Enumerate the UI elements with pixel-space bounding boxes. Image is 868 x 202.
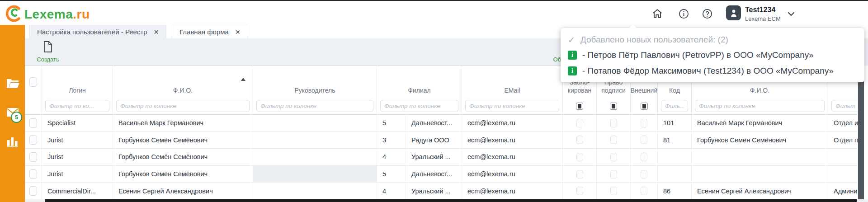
- cell-login: Jurist: [42, 149, 113, 165]
- flag-checkbox-sign[interactable]: [610, 153, 617, 161]
- column-header-manager[interactable]: Руководитель: [253, 66, 377, 98]
- vertical-scrollbar-thumb[interactable]: [858, 69, 864, 199]
- flag-checkbox-external[interactable]: [641, 136, 647, 144]
- chevron-down-icon[interactable]: [788, 10, 795, 18]
- cell-code: [658, 166, 692, 183]
- table-row[interactable]: SpecialistВасильев Марк Германович5Дальн…: [25, 115, 858, 132]
- tab-label: Настройка пользователей - Реестр: [37, 28, 147, 36]
- row-checkbox[interactable]: [29, 118, 37, 128]
- cell-manager: [253, 149, 377, 165]
- column-label-fio2: Ф.И.О.: [750, 87, 769, 95]
- flag-checkbox-blocked[interactable]: [576, 153, 583, 161]
- cell-dept: Админи: [828, 183, 858, 199]
- row-checkbox[interactable]: [29, 135, 37, 145]
- flag-checkbox-blocked[interactable]: [576, 136, 583, 144]
- cell-external: [631, 149, 658, 165]
- cell-dept: Отдел и: [828, 115, 858, 132]
- cell-sign: [597, 149, 631, 165]
- table-row[interactable]: CommercialDir...Есенин Сергей Александро…: [25, 183, 858, 199]
- folder-icon[interactable]: [6, 77, 19, 90]
- home-icon[interactable]: [651, 7, 664, 20]
- flag-checkbox-sign[interactable]: [610, 170, 617, 179]
- person-icon: [729, 8, 738, 18]
- filter-cell-code: [658, 98, 692, 114]
- cell-email: ecm@lexema.ru: [462, 115, 563, 132]
- table-row[interactable]: JuristГорбунков Семён Семёнович3Радуга О…: [25, 132, 858, 149]
- cell-select: [25, 183, 42, 199]
- select-all-checkbox[interactable]: [29, 77, 37, 87]
- cell-fio: Горбунков Семён Семёнович: [113, 132, 253, 149]
- table-row[interactable]: JuristГорбунков Семён Семёнович4Уральски…: [25, 149, 858, 166]
- filter-input-dept[interactable]: [831, 100, 858, 112]
- info-icon[interactable]: [677, 7, 690, 20]
- flag-checkbox-external[interactable]: [641, 187, 647, 195]
- cell-fio: Есенин Сергей Александрович: [113, 183, 253, 199]
- cell-external: [631, 132, 658, 149]
- notification-item-text: - Потапов Фёдор Максимович (Test1234) в …: [582, 66, 834, 76]
- cell-blocked: [563, 183, 597, 199]
- flag-checkbox-sign[interactable]: [610, 136, 617, 144]
- filter-input-manager[interactable]: [256, 100, 373, 112]
- tab-user-settings-registry[interactable]: Настройка пользователей - Реестр ✕: [29, 25, 166, 38]
- filter-input-branch[interactable]: [380, 100, 458, 112]
- filter-checkbox-blocked[interactable]: [576, 103, 583, 110]
- flag-checkbox-external[interactable]: [641, 119, 647, 127]
- filter-input-email[interactable]: [465, 100, 559, 112]
- lexema-logo[interactable]: Lexema.ru: [5, 5, 90, 24]
- bar-chart-icon[interactable]: [6, 135, 19, 148]
- filter-checkbox-sign[interactable]: [610, 103, 617, 110]
- column-header-login[interactable]: Логин: [42, 66, 113, 98]
- row-checkbox[interactable]: [29, 186, 37, 196]
- help-icon[interactable]: [701, 7, 713, 20]
- cell-blocked: [563, 115, 597, 132]
- cell-code: 81: [658, 132, 692, 149]
- cell-fio2: Горбунков Семён Семёнович: [692, 132, 828, 149]
- filter-checkbox-external[interactable]: [641, 103, 648, 110]
- close-icon[interactable]: ✕: [235, 28, 241, 36]
- cell-select: [25, 149, 42, 165]
- create-button[interactable]: Создать: [32, 41, 64, 63]
- filter-cell-email: [462, 98, 563, 114]
- cell-sign: [597, 183, 631, 199]
- sidebar: 5: [0, 25, 25, 202]
- cell-branch_name: Уральский ...: [406, 149, 462, 165]
- column-header-branch[interactable]: Филиал: [377, 66, 462, 98]
- users-registry-grid: ЛогинФ.И.О.РуководительФилиалEMailЗабло-…: [25, 66, 858, 199]
- close-icon[interactable]: ✕: [154, 28, 159, 36]
- notification-title: Добавлено новых пользователей: (2): [580, 35, 728, 45]
- tab-main-form[interactable]: Главная форма ✕: [172, 25, 248, 38]
- column-label-manager: Руководитель: [294, 87, 335, 95]
- horizontal-scrollbar-thumb[interactable]: [45, 199, 857, 202]
- cell-login: Jurist: [42, 132, 113, 149]
- flag-checkbox-blocked[interactable]: [576, 119, 583, 127]
- flag-checkbox-blocked[interactable]: [576, 187, 583, 195]
- filter-input-code[interactable]: [661, 100, 688, 112]
- cell-branch_num: 4: [377, 183, 406, 199]
- filter-cell-fio: [113, 98, 253, 114]
- table-row[interactable]: JuristГорбунков Семён Семёнович5Дальнево…: [25, 166, 858, 183]
- notification-item-text: - Петров Пётр Павлович (PetrovPP) в ООО …: [582, 50, 814, 60]
- column-header-fio[interactable]: Ф.И.О.: [113, 66, 253, 98]
- notification-toast: ✓ Добавлено новых пользователей: (2) i -…: [561, 28, 864, 82]
- user-avatar[interactable]: [726, 5, 741, 20]
- row-checkbox[interactable]: [29, 169, 37, 179]
- flag-checkbox-sign[interactable]: [610, 187, 617, 195]
- info-badge-icon: i: [568, 66, 577, 75]
- filter-input-fio[interactable]: [116, 100, 250, 112]
- filter-cell-manager: [253, 98, 377, 114]
- flag-checkbox-blocked[interactable]: [576, 170, 583, 179]
- check-icon: ✓: [568, 35, 575, 45]
- cell-branch_name: Уральский ...: [406, 183, 462, 199]
- cell-sign: [597, 166, 631, 183]
- flag-checkbox-sign[interactable]: [610, 119, 617, 127]
- column-header-email[interactable]: EMail: [462, 66, 563, 98]
- cell-select: [25, 132, 42, 149]
- row-checkbox[interactable]: [29, 152, 37, 162]
- flag-checkbox-external[interactable]: [641, 170, 647, 179]
- flag-checkbox-external[interactable]: [641, 153, 647, 161]
- filter-input-fio2[interactable]: [695, 100, 825, 112]
- info-badge-icon: i: [568, 51, 577, 60]
- filter-input-login[interactable]: [45, 100, 109, 112]
- cell-dept: [828, 149, 858, 165]
- user-name[interactable]: Test1234: [745, 6, 775, 14]
